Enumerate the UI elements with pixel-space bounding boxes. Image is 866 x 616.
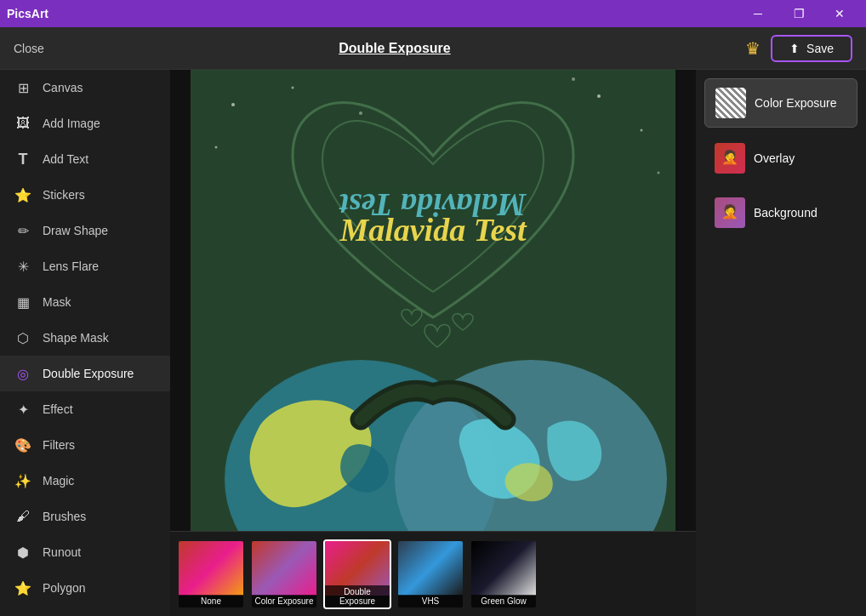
sidebar-item-add-text[interactable]: T Add Text [0,141,170,177]
titlebar-left: PicsArt [7,7,48,20]
crown-icon: ♛ [745,38,761,59]
canvas-content: Malavida Test Malavida Test [191,70,675,531]
film-thumb-green-glow [471,541,536,596]
draw-shape-icon: ✏ [14,221,32,240]
sidebar-item-canvas[interactable]: ⊞ Canvas [0,70,170,106]
background-thumb: 🤦 [715,197,745,228]
canvas-area: Malavida Test Malavida Test [170,70,696,616]
sidebar-item-runout[interactable]: ⬢ Runout [0,534,170,570]
sidebar-label-draw-shape: Draw Shape [43,224,108,237]
polygon-icon: ⭐ [14,579,32,597]
sidebar-label-brushes: Brushes [43,510,86,523]
sidebar-item-draw-shape[interactable]: ✏ Draw Shape [0,213,170,248]
right-panel: Color Exposure 🤦 Overlay 🤦 Background [696,70,866,616]
panel-option-background[interactable]: 🤦 Background [704,189,857,237]
film-item-green-glow[interactable]: Green Glow [470,539,538,609]
film-item-color-exposure[interactable]: Color Exposure [250,539,318,609]
filters-icon: 🎨 [14,436,32,454]
overlay-label: Overlay [754,151,795,165]
film-item-none[interactable]: None [177,539,245,609]
svg-text:Malavida Test: Malavida Test [339,212,527,248]
sidebar-item-stickers[interactable]: ⭐ Stickers [0,177,170,213]
sidebar-item-polygon[interactable]: ⭐ Polygon [0,570,170,606]
film-label-color-exposure: Color Exposure [252,595,316,607]
app-wrapper: Close Double Exposure ♛ ⬆ Save ⊞ Canvas … [0,27,866,616]
filmstrip: None Color Exposure Double Exposure VHS … [170,531,696,616]
svg-point-5 [597,94,601,98]
sidebar: ⊞ Canvas 🖼 Add Image T Add Text ⭐ Sticke… [0,70,170,616]
double-exposure-icon: ◎ [14,364,32,383]
film-thumb-color-exposure [252,541,316,596]
sidebar-label-filters: Filters [43,438,75,452]
sidebar-label-runout: Runout [43,545,81,559]
sidebar-item-mask[interactable]: ▦ Mask [0,284,170,320]
topbar: Close Double Exposure ♛ ⬆ Save [0,27,866,70]
save-label: Save [806,42,834,55]
svg-text:🤦: 🤦 [721,203,738,220]
brushes-icon: 🖌 [14,507,32,526]
overlay-thumb: 🤦 [715,143,745,174]
sidebar-item-lens-flare[interactable]: ✳ Lens Flare [0,248,170,284]
window-controls: ─ ❐ ✕ [738,0,859,27]
sidebar-label-add-image: Add Image [43,117,100,130]
film-label-none: None [179,595,243,607]
runout-icon: ⬢ [14,543,32,562]
share-icon: ⬆ [789,42,800,55]
sidebar-item-effect[interactable]: ✦ Effect [0,391,170,427]
svg-point-2 [231,103,235,106]
color-exposure-label: Color Exposure [755,96,837,110]
topbar-right: ♛ ⬆ Save [745,35,852,62]
canvas-svg: Malavida Test Malavida Test [191,70,675,531]
film-label-green-glow: Green Glow [471,595,536,607]
film-item-double-exposure[interactable]: Double Exposure [323,539,391,609]
film-label-double-exposure: Double Exposure [325,585,390,607]
minimize-button[interactable]: ─ [738,0,778,27]
sidebar-label-mask: Mask [43,295,71,309]
effect-icon: ✦ [14,400,32,419]
sidebar-item-magic[interactable]: ✨ Magic [0,463,170,499]
film-thumb-vhs [398,541,463,596]
shape-mask-icon: ⬡ [14,328,32,347]
stickers-icon: ⭐ [14,185,32,204]
sidebar-label-shape-mask: Shape Mask [43,331,109,345]
canvas-image: Malavida Test Malavida Test [191,70,675,531]
film-label-vhs: VHS [398,595,463,607]
close-button[interactable]: ✕ [820,0,859,27]
close-editor-button[interactable]: Close [14,42,44,55]
sidebar-label-canvas: Canvas [43,81,83,94]
add-text-icon: T [14,150,32,168]
sidebar-item-shape-mask[interactable]: ⬡ Shape Mask [0,320,170,356]
sidebar-label-magic: Magic [43,474,74,488]
magic-icon: ✨ [14,471,32,490]
panel-option-color-exposure[interactable]: Color Exposure [704,78,857,128]
sidebar-item-brushes[interactable]: 🖌 Brushes [0,499,170,534]
app-logo: PicsArt [7,7,48,20]
save-button[interactable]: ⬆ Save [771,35,852,62]
svg-point-4 [359,111,362,115]
film-item-vhs[interactable]: VHS [396,539,464,609]
color-exposure-thumb [715,88,746,118]
sidebar-label-polygon: Polygon [43,581,86,595]
sidebar-item-filters[interactable]: 🎨 Filters [0,427,170,463]
mask-icon: ▦ [14,293,32,311]
sidebar-label-effect: Effect [43,402,73,416]
main-content: ⊞ Canvas 🖼 Add Image T Add Text ⭐ Sticke… [0,70,866,616]
film-thumb-none [179,541,243,596]
sidebar-item-clone[interactable]: ⊕ Clone [0,606,170,616]
sidebar-label-add-text: Add Text [43,152,88,166]
lens-flare-icon: ✳ [14,257,32,276]
background-label: Background [754,206,818,220]
maximize-button[interactable]: ❐ [779,0,818,27]
sidebar-item-add-image[interactable]: 🖼 Add Image [0,106,170,141]
canvas-wrapper[interactable]: Malavida Test Malavida Test [170,70,696,531]
svg-point-3 [292,87,294,89]
svg-point-6 [641,129,643,132]
sidebar-item-double-exposure[interactable]: ◎ Double Exposure [0,356,170,391]
panel-option-overlay[interactable]: 🤦 Overlay [704,134,857,182]
canvas-icon: ⊞ [14,78,32,97]
add-image-icon: 🖼 [14,114,32,133]
svg-text:🤦: 🤦 [721,149,738,165]
svg-point-7 [572,77,575,81]
titlebar: PicsArt ─ ❐ ✕ [0,0,866,27]
svg-point-9 [658,172,660,174]
